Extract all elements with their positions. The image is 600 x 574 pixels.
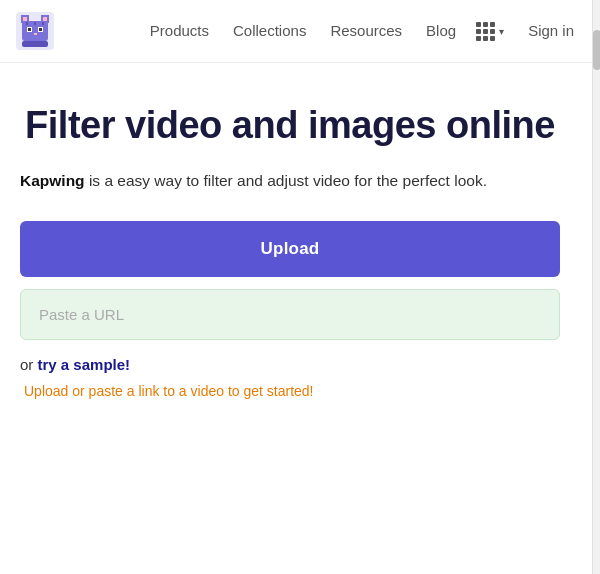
svg-rect-11	[26, 22, 28, 25]
nav-item-resources[interactable]: Resources	[320, 22, 412, 40]
nav-link-collections[interactable]: Collections	[223, 18, 316, 43]
scrollbar-track[interactable]	[592, 0, 600, 574]
nav-link-blog[interactable]: Blog	[416, 18, 466, 43]
hint-text: Upload or paste a link to a video to get…	[20, 383, 560, 399]
svg-rect-4	[43, 17, 47, 21]
nav-item-collections[interactable]: Collections	[223, 22, 316, 40]
upload-button[interactable]: Upload	[20, 221, 560, 277]
svg-rect-12	[34, 22, 36, 25]
nav-links: Products Collections Resources Blog ▾ Si…	[140, 18, 584, 45]
brand-name: Kapwing	[20, 172, 85, 189]
nav-item-blog[interactable]: Blog	[416, 22, 466, 40]
logo[interactable]	[16, 12, 54, 50]
navbar: Products Collections Resources Blog ▾ Si…	[0, 0, 600, 63]
sample-prefix: or	[20, 356, 38, 373]
svg-rect-3	[23, 17, 27, 21]
svg-rect-10	[34, 33, 37, 35]
svg-rect-8	[28, 28, 31, 31]
hero-description: Kapwing is a easy way to filter and adju…	[20, 169, 560, 194]
url-input[interactable]	[20, 289, 560, 340]
grid-icon	[476, 22, 495, 41]
try-sample-link[interactable]: try a sample!	[38, 356, 131, 373]
scrollbar-thumb[interactable]	[593, 30, 600, 70]
nav-link-signin[interactable]: Sign in	[518, 18, 584, 43]
svg-rect-13	[42, 22, 44, 25]
chevron-down-icon: ▾	[499, 26, 504, 37]
svg-rect-9	[39, 28, 42, 31]
hero-description-text: is a easy way to filter and adjust video…	[85, 172, 487, 189]
nav-link-products[interactable]: Products	[140, 18, 219, 43]
svg-rect-14	[22, 41, 48, 47]
grid-menu-button[interactable]: ▾	[470, 18, 510, 45]
nav-link-resources[interactable]: Resources	[320, 18, 412, 43]
nav-item-grid[interactable]: ▾	[470, 18, 510, 45]
nav-item-products[interactable]: Products	[140, 22, 219, 40]
nav-item-signin[interactable]: Sign in	[514, 22, 584, 40]
main-content: Filter video and images online Kapwing i…	[0, 63, 580, 429]
hero-title: Filter video and images online	[20, 103, 560, 149]
sample-line: or try a sample!	[20, 356, 560, 373]
